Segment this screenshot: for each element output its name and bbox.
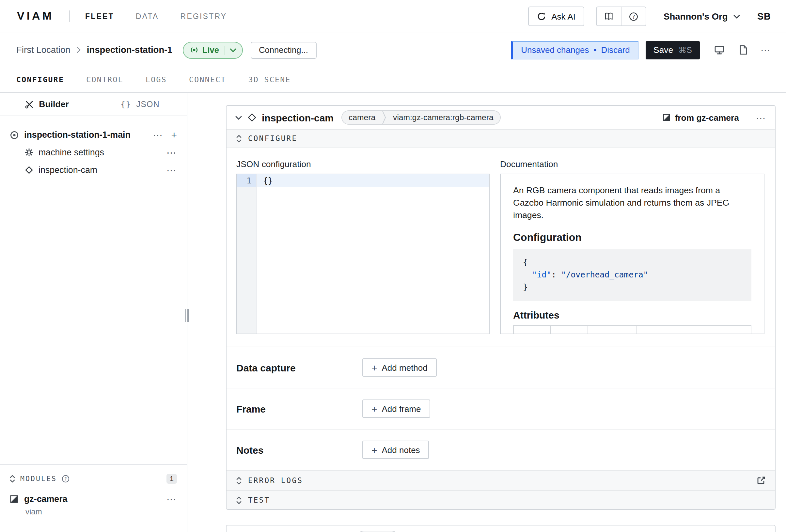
machine-menu-button[interactable]: ⋯ [761,45,771,55]
ask-ai-icon [536,11,546,21]
doc-code-block: { "id": "/overhead_camera" } [513,249,752,301]
viam-logo[interactable]: VIAM [17,10,54,23]
plus-icon: + [371,404,377,414]
module-list-item[interactable]: gz-camera ⋯ [0,491,187,507]
primary-nav: FLEET DATA REGISTRY [85,13,227,20]
json-config-column: JSON configuration 1 {} [236,159,490,334]
ask-ai-label: Ask AI [551,11,576,21]
machine-logs-file-button[interactable] [739,45,747,55]
json-config-editor[interactable]: 1 {} [236,174,490,334]
add-method-button[interactable]: + Add method [362,358,437,377]
unfold-icon[interactable] [9,474,16,483]
notes-label: Notes [236,444,362,455]
add-component-button[interactable]: + [171,130,177,140]
add-frame-button[interactable]: + Add frame [362,399,430,418]
svg-text:?: ? [632,14,635,20]
open-error-logs-button[interactable] [757,476,766,485]
unsaved-changes-label: Unsaved changes [521,45,589,55]
component-type-pills: camera viam:gz-camera:rgb-camera [342,110,501,125]
modules-help-icon[interactable]: ? [61,474,70,483]
discard-button[interactable]: Discard [601,45,630,55]
plus-icon: + [371,363,377,372]
docs-button[interactable] [596,7,621,25]
doc-code-close: } [523,281,742,294]
test-label: TEST [248,496,270,504]
machine-bar: First Location inspection-station-1 Live… [0,33,786,67]
test-section-bar[interactable]: TEST [227,490,775,509]
component-name: inspection-cam [262,112,333,123]
connecting-button[interactable]: Connecting... [250,42,317,59]
module-menu-button[interactable]: ⋯ [166,494,177,504]
nav-data[interactable]: DATA [136,13,159,20]
machine-settings-menu-button[interactable]: ⋯ [166,147,177,157]
builder-mode-toggle[interactable]: Builder [0,93,93,116]
modules-header: MODULES ? 1 [0,470,187,487]
config-content: inspection-cam camera viam:gz-camera:rgb… [187,93,786,532]
component-card-header: inspection-cam camera viam:gz-camera:rgb… [227,106,775,129]
chevron-down-icon [229,48,236,52]
card-menu-button[interactable]: ⋯ [756,113,766,122]
module-icon [663,114,670,121]
doc-code-value: "/overhead_camera" [561,270,648,279]
org-switcher[interactable]: Shannon's Org [664,11,740,21]
org-name: Shannon's Org [664,11,728,21]
ask-ai-button[interactable]: Ask AI [528,6,584,26]
tree-item-actions: ⋯ [166,147,177,157]
help-icon-group: ? [596,6,646,26]
json-label: JSON [136,99,160,109]
error-logs-section-bar[interactable]: ERROR LOGS [227,470,775,490]
live-status-dropdown[interactable]: Live [183,42,242,59]
help-button[interactable]: ? [621,7,645,25]
tree-item-machine-settings[interactable]: machine settings ⋯ [0,144,187,161]
tab-connect[interactable]: CONNECT [189,75,226,84]
tab-logs[interactable]: LOGS [145,75,167,84]
inspection-cam-card: inspection-cam camera viam:gz-camera:rgb… [226,105,776,510]
inspection-cam-menu-button[interactable]: ⋯ [166,165,177,175]
unfold-icon [236,476,242,485]
nav-fleet[interactable]: FLEET [85,13,114,20]
nav-registry[interactable]: REGISTRY [181,13,227,20]
breadcrumb-location[interactable]: First Location [16,45,70,55]
monitor-icon [714,45,725,55]
top-bar: VIAM FLEET DATA REGISTRY Ask AI ? [0,0,786,33]
tab-control[interactable]: CONTROL [86,75,123,84]
page-body: Builder {} JSON inspection-station-1-mai… [0,93,786,532]
data-capture-row: Data capture + Add method [227,347,775,388]
editor-code-line: {} [257,174,489,187]
tab-configure[interactable]: CONFIGURE [16,75,64,84]
tree-item-main-part[interactable]: inspection-station-1-main ⋯ + [0,126,187,144]
doc-description: An RGB camera component that reads image… [513,184,752,221]
question-icon: ? [628,11,638,21]
configure-section-bar[interactable]: CONFIGURE [227,129,775,148]
svg-text:?: ? [64,476,67,481]
plus-icon: + [371,445,377,455]
modules-title: MODULES [20,474,57,483]
tab-3d-scene[interactable]: 3D SCENE [248,75,291,84]
add-notes-button[interactable]: + Add notes [362,441,429,459]
main-part-menu-button[interactable]: ⋯ [153,130,163,140]
component-tree: inspection-station-1-main ⋯ + machine se… [0,126,187,179]
config-sidebar: Builder {} JSON inspection-station-1-mai… [0,93,187,532]
documentation-panel[interactable]: An RGB camera component that reads image… [500,174,764,334]
dot-separator: • [594,45,596,55]
from-module-link[interactable]: from gz-camera [663,113,739,122]
tree-item-actions: ⋯ [166,165,177,175]
user-avatar[interactable]: SB [757,11,771,22]
breadcrumb-machine-name: inspection-station-1 [87,45,172,55]
sidebar-resize-handle[interactable] [184,309,189,322]
main-part-name: inspection-station-1-main [24,130,131,140]
collapse-chevron-icon[interactable] [235,115,242,120]
tree-item-inspection-cam[interactable]: inspection-cam ⋯ [0,161,187,179]
doc-code-colon: : [551,270,561,279]
doc-attributes-heading: Attributes [513,309,752,321]
modules-section: MODULES ? 1 gz-camera ⋯ viam [0,464,187,532]
machine-monitor-button[interactable] [714,45,725,55]
save-button[interactable]: Save ⌘S [646,41,700,59]
component-diamond-icon [248,113,257,122]
component-model-pill: viam:gz-camera:rgb-camera [387,113,500,122]
editor-code-area[interactable]: {} [257,174,489,333]
json-mode-toggle[interactable]: {} JSON [93,93,187,116]
machine-tab-bar: CONFIGURE CONTROL LOGS CONNECT 3D SCENE [0,67,786,93]
tree-item-actions: ⋯ + [153,130,177,140]
doc-code-key: "id" [532,270,551,279]
